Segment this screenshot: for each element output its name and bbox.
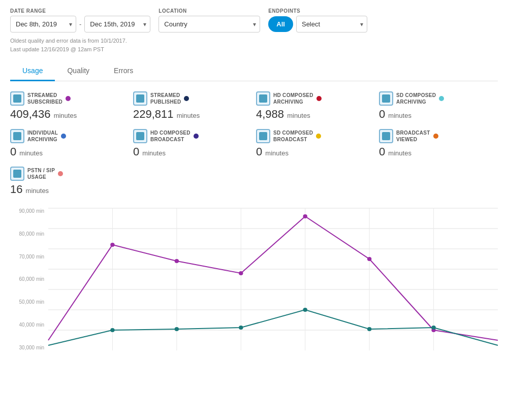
location-wrapper: Country Region City	[158, 16, 260, 33]
date-end-wrapper: Dec 15th, 2019	[84, 16, 150, 33]
info-text: Oldest quality and error data is from 10…	[10, 37, 498, 53]
metric-hd-composed-broadcast: HD COMPOSEDBROADCAST 0 minutes	[133, 129, 252, 158]
metric-icon	[10, 167, 24, 181]
endpoints-label: ENDPOINTS	[268, 8, 367, 14]
chart-area: 90,000 min 80,000 min 70,000 min 60,000 …	[10, 208, 498, 350]
metric-dot	[439, 96, 444, 101]
location-label: LOCATION	[158, 8, 260, 14]
metric-sd-composed-archiving: SD COMPOSEDARCHIVING 0 minutes	[379, 91, 498, 121]
metric-icon	[10, 129, 24, 143]
metrics-grid: STREAMEDSUBSCRIBED 409,436 minutes STREA…	[10, 91, 498, 196]
metric-icon	[256, 129, 270, 143]
tab-usage[interactable]: Usage	[10, 61, 55, 81]
metric-broadcast-viewed: BROADCASTVIEWED 0 minutes	[379, 129, 498, 158]
date-separator: -	[79, 20, 81, 28]
svg-point-22	[303, 308, 307, 312]
endpoint-select[interactable]: Select	[296, 16, 367, 33]
tabs-container: Usage Quality Errors	[10, 61, 498, 81]
location-select[interactable]: Country Region City	[158, 16, 260, 33]
metric-icon	[256, 91, 270, 106]
svg-point-17	[367, 257, 371, 261]
svg-point-15	[239, 271, 243, 275]
svg-point-24	[431, 326, 435, 330]
metric-icon	[379, 91, 393, 106]
tab-quality[interactable]: Quality	[55, 61, 102, 81]
date-end-select[interactable]: Dec 15th, 2019	[84, 16, 150, 33]
metric-icon	[379, 129, 393, 143]
metric-hd-composed-archiving: HD COMPOSEDARCHIVING 4,988 minutes	[256, 91, 375, 121]
svg-point-16	[303, 214, 307, 218]
metric-dot	[316, 134, 321, 139]
svg-point-19	[110, 328, 114, 332]
date-start-wrapper: Dec 8th, 2019	[10, 16, 76, 33]
endpoint-select-wrapper: Select	[296, 16, 367, 33]
metric-dot	[316, 96, 322, 101]
purple-line	[48, 216, 498, 340]
svg-point-14	[175, 259, 179, 263]
svg-point-20	[175, 327, 179, 331]
date-start-select[interactable]: Dec 8th, 2019	[10, 16, 76, 33]
metric-dot	[184, 96, 189, 101]
metric-dot	[61, 134, 66, 139]
metric-streamed-subscribed: STREAMEDSUBSCRIBED 409,436 minutes	[10, 91, 129, 121]
metric-individual-archiving: INDIVIDUALARCHIVING 0 minutes	[10, 129, 129, 158]
metric-pstn-sip: PSTN / SIPUSAGE 16 minutes	[10, 167, 129, 196]
svg-point-23	[367, 327, 371, 331]
chart-inner	[48, 208, 498, 350]
all-button[interactable]: All	[268, 16, 293, 32]
metric-icon	[133, 129, 147, 143]
chart-svg	[48, 208, 498, 350]
svg-point-21	[239, 326, 243, 330]
tab-errors[interactable]: Errors	[102, 61, 145, 81]
metric-icon	[133, 91, 147, 106]
date-range-label: DATE RANGE	[10, 8, 150, 14]
y-axis: 90,000 min 80,000 min 70,000 min 60,000 …	[10, 208, 48, 350]
metric-icon	[10, 91, 24, 106]
metric-dot	[194, 134, 199, 139]
metric-dot	[58, 171, 63, 176]
metric-streamed-published: STREAMEDPUBLISHED 229,811 minutes	[133, 91, 252, 121]
teal-line	[48, 310, 498, 345]
metric-sd-composed-broadcast: SD COMPOSEDBROADCAST 0 minutes	[256, 129, 375, 158]
metric-dot	[66, 96, 71, 101]
metric-dot	[433, 134, 438, 139]
svg-point-13	[110, 243, 114, 247]
